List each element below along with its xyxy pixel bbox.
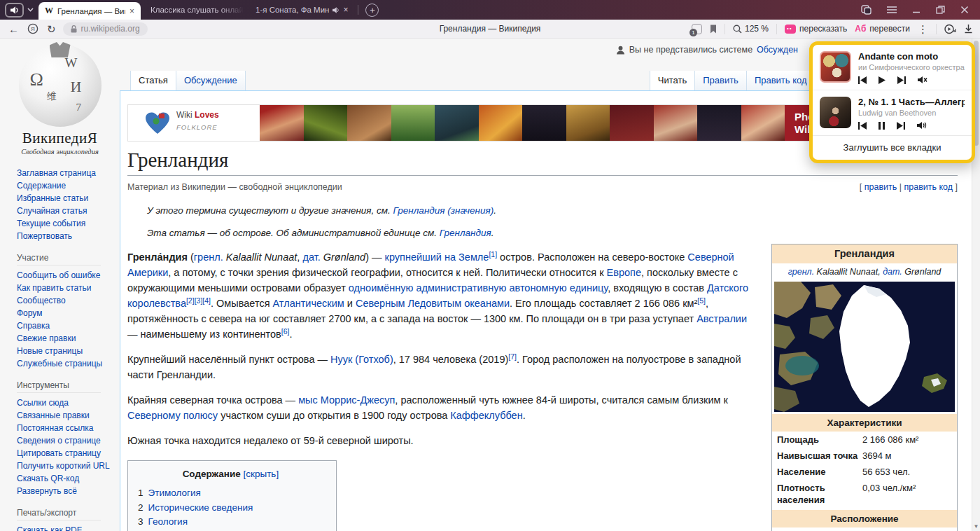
toc-item[interactable]: 1Этимология [138,486,323,501]
pause-icon[interactable] [878,122,885,130]
listen-aloud-icon[interactable] [944,24,956,34]
inline-link[interactable]: гренл. [194,251,223,263]
sidebar-link[interactable]: Содержание [17,179,111,192]
greenland-satellite-map[interactable] [774,282,955,412]
inline-link[interactable]: Атлантическим [273,298,344,309]
mute-all-tabs-button[interactable]: Заглушить все вкладки [813,135,972,160]
sidebar-link[interactable]: Получить короткий URL [17,460,111,472]
toc-item[interactable]: 2Исторические сведения [138,501,323,516]
browser-sound-button[interactable] [5,3,24,18]
sidebar-link[interactable]: Служебные страницы [17,357,111,370]
close-tab-icon[interactable]: × [343,6,348,14]
address-bar[interactable]: ru.wikipedia.org [63,22,148,36]
inline-link[interactable]: править код [904,182,953,192]
inline-link[interactable]: Европе [607,267,641,278]
inline-link[interactable]: править [864,182,897,192]
download-icon[interactable] [964,24,973,34]
page-tab-править[interactable]: Править [694,71,746,90]
sidebar-link[interactable]: Скачать как PDF [17,524,111,531]
close-window-icon[interactable] [960,6,969,14]
retell-button[interactable]: пересказать [785,24,847,34]
sidebar-link[interactable]: Постоянная ссылка [17,422,111,434]
next-track-icon[interactable] [897,76,906,84]
infobox-coordinates[interactable]: 72° с. ш. 40° з. д.H G Я O [772,527,957,531]
sidebar-link[interactable]: Текущие события [17,217,111,230]
inline-link[interactable]: дат. [302,251,320,263]
sidebar-link[interactable]: Новые страницы [17,345,111,357]
sidebar-link[interactable]: Свежие правки [17,332,111,345]
edit-links[interactable]: [ править | править код ] [860,179,958,195]
zoom-control[interactable]: 125 % [733,24,769,34]
back-button[interactable]: ← [8,24,19,34]
browser-tab-3[interactable]: 1-я Соната, Фа Мин × [246,0,358,20]
wikipedia-wordmark[interactable]: ВикипедиЯ [0,130,120,147]
speaker-on-icon[interactable] [917,121,927,130]
page-tab-обсуждение[interactable]: Обсуждение [176,71,246,90]
inline-link[interactable]: мыс Моррис-Джесуп [298,394,395,406]
reload-button[interactable]: ↻ [47,24,56,34]
footnote-ref[interactable]: [2][3][4] [186,296,211,305]
new-tab-button[interactable]: + [365,4,379,17]
inline-link[interactable]: Гренландия (значения) [393,205,494,216]
more-options-icon[interactable]: ⋮ [918,24,928,34]
menu-icon[interactable] [887,6,897,13]
browser-tab-active[interactable]: W Гренландия — Википе × [38,2,141,20]
sidebar-link[interactable]: Форум [17,307,111,319]
close-tab-icon[interactable]: × [130,7,134,15]
toc-hide-link[interactable]: [скрыть] [244,469,279,479]
sidebar-link[interactable]: Избранные статьи [17,192,111,205]
page-tab-править-код[interactable]: Править код [746,71,815,90]
inline-link[interactable]: Нуук (Готхоб) [330,354,393,365]
geohack-links[interactable]: H G Я O [890,528,925,531]
sidebar-link[interactable]: Связанные правки [17,409,111,422]
footnote-ref[interactable]: [7] [508,352,517,361]
chevron-down-icon[interactable] [27,8,34,12]
sidebar-link[interactable]: Пожертвовать [17,230,111,242]
play-icon[interactable] [878,76,886,84]
inline-link[interactable]: Гренландия [440,228,491,238]
wikipedia-logo[interactable]: Ω W И 7 维 [19,44,102,127]
restore-icon[interactable] [936,6,945,14]
panels-icon[interactable] [861,5,872,15]
inline-link[interactable]: Северному полюсу [127,410,218,421]
footnote-ref[interactable]: [1] [489,250,497,258]
bookmark-icon[interactable] [710,25,717,34]
inline-link[interactable]: одноимённую административную автономную … [349,282,608,294]
sidebar-link[interactable]: Сообщество [17,294,111,307]
toc-link[interactable]: Исторические сведения [148,502,253,513]
page-tab-читать[interactable]: Читать [650,71,694,90]
minimize-icon[interactable] [912,6,920,14]
next-track-icon[interactable] [897,122,905,130]
inline-link[interactable]: гренл. [788,267,814,277]
browser-tab-2[interactable]: Классика слушать онлайн [141,0,246,20]
sidebar-link[interactable]: Случайная статья [17,205,111,217]
translate-button[interactable]: Aб перевести [855,24,910,34]
extensions-icon[interactable]: 1 [692,24,702,34]
sidebar-link[interactable]: Сведения о странице [17,434,111,447]
sidebar-link[interactable]: Заглавная страница [17,167,111,179]
audio-track-2[interactable]: 2, № 1. 1 Часть—Аллегро (Re Ludwig van B… [813,90,972,135]
footnote-ref[interactable]: [5] [697,296,706,305]
sidebar-link[interactable]: Сообщить об ошибке [17,269,111,282]
toc-item[interactable]: 3Геология [138,515,323,530]
sidebar-link[interactable]: Ссылки сюда [17,396,111,409]
inline-link[interactable]: Австралии [696,313,747,324]
inline-link[interactable]: Северным Ледовитым океанами [356,298,510,309]
toc-link[interactable]: Геология [148,516,188,527]
muted-speaker-icon[interactable] [918,76,927,84]
previous-track-icon[interactable] [858,76,867,84]
talk-link[interactable]: Обсужден [757,45,798,55]
audio-track-1[interactable]: Andante con moto ии Симфонического оркес… [813,45,972,90]
toc-link[interactable]: Этимология [148,488,201,498]
previous-track-icon[interactable] [858,122,867,130]
inline-link[interactable]: дат. [883,267,902,277]
scrollbar-down-arrow[interactable]: ▼ [972,523,980,530]
footnote-ref[interactable]: [6] [281,327,290,336]
sidebar-link[interactable]: Как править статьи [17,282,111,294]
sidebar-link[interactable]: Цитировать страницу [17,447,111,460]
inline-link[interactable]: Каффеклуббен [450,410,522,421]
yandex-button[interactable]: Я [27,23,38,34]
inline-link[interactable]: крупнейший на Земле [385,251,489,263]
sidebar-link[interactable]: Развернуть всё [17,485,111,497]
sidebar-link[interactable]: Скачать QR-код [17,472,111,485]
